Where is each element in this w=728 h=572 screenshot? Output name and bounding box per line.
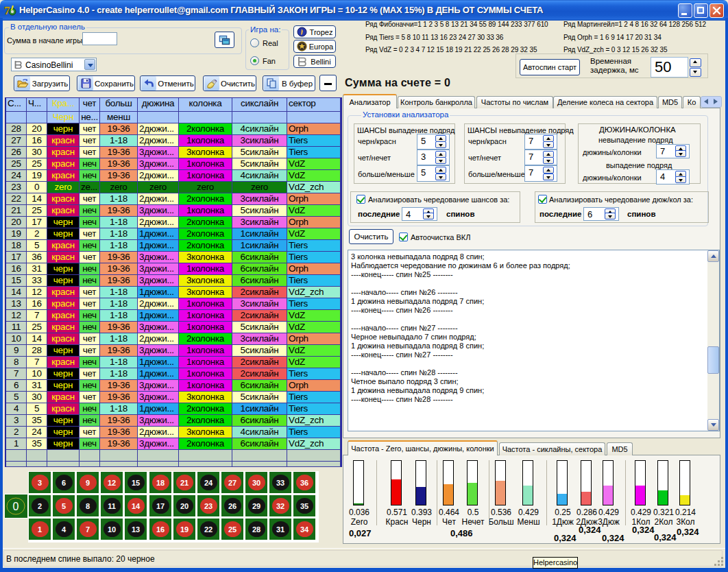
svg-text:0: 0 [13, 501, 19, 512]
